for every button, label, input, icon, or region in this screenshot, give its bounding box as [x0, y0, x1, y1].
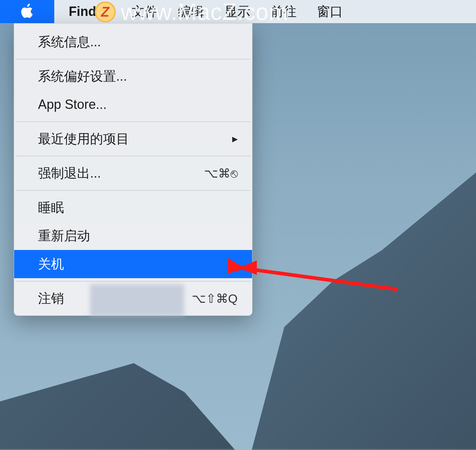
menu-item-label: 重新启动	[38, 227, 90, 245]
svg-line-1	[239, 268, 398, 289]
redacted-username	[90, 284, 184, 317]
menu-item-shutdown[interactable]: 关机	[14, 250, 252, 278]
apple-menu-button[interactable]	[0, 0, 54, 23]
menu-item-label: App Store...	[38, 97, 107, 112]
menu-item-label: 睡眠	[38, 199, 64, 217]
menu-item-system-preferences[interactable]: 系统偏好设置...	[14, 62, 252, 90]
menu-item-restart[interactable]: 重新启动	[14, 222, 252, 250]
menu-item-label: 关机	[38, 255, 64, 273]
menu-separator	[16, 59, 251, 59]
menu-item-label: 系统信息...	[38, 33, 101, 51]
menu-item-label: 强制退出...	[38, 165, 101, 182]
menu-item-shortcut: ⌥⌘⎋	[204, 166, 238, 181]
menu-item-label: 注销	[38, 290, 64, 307]
menu-separator	[16, 156, 251, 156]
apple-menu-dropdown: 系统信息... 系统偏好设置... App Store... 最近使用的项目 ▶…	[14, 23, 252, 316]
menu-item-label: 系统偏好设置...	[38, 68, 127, 85]
menu-item-label: 最近使用的项目	[38, 130, 129, 148]
menu-item-force-quit[interactable]: 强制退出... ⌥⌘⎋	[14, 159, 252, 187]
apple-logo-icon	[20, 1, 34, 22]
menu-separator	[16, 190, 251, 191]
menu-item-sleep[interactable]: 睡眠	[14, 194, 252, 222]
annotation-arrow-icon	[228, 250, 401, 293]
menu-separator	[16, 122, 251, 122]
menu-separator	[16, 281, 251, 281]
menu-item-logout[interactable]: 注销 ⌥⇧⌘Q	[14, 284, 252, 313]
menubar: Finder 文件 编辑 显示 前往 窗口	[0, 0, 476, 23]
menubar-item-edit[interactable]: 编辑	[168, 0, 214, 23]
menu-item-shortcut: ⌥⇧⌘Q	[192, 291, 238, 306]
menubar-item-file[interactable]: 文件	[122, 0, 168, 23]
menubar-item-view[interactable]: 显示	[214, 0, 260, 23]
menubar-item-window[interactable]: 窗口	[307, 0, 353, 23]
menu-item-app-store[interactable]: App Store...	[14, 90, 252, 119]
menubar-app-name[interactable]: Finder	[54, 0, 122, 23]
menu-item-recent-items[interactable]: 最近使用的项目 ▶	[14, 125, 252, 153]
submenu-arrow-icon: ▶	[232, 135, 238, 143]
menu-item-system-info[interactable]: 系统信息...	[14, 28, 252, 56]
menubar-item-go[interactable]: 前往	[260, 0, 307, 23]
